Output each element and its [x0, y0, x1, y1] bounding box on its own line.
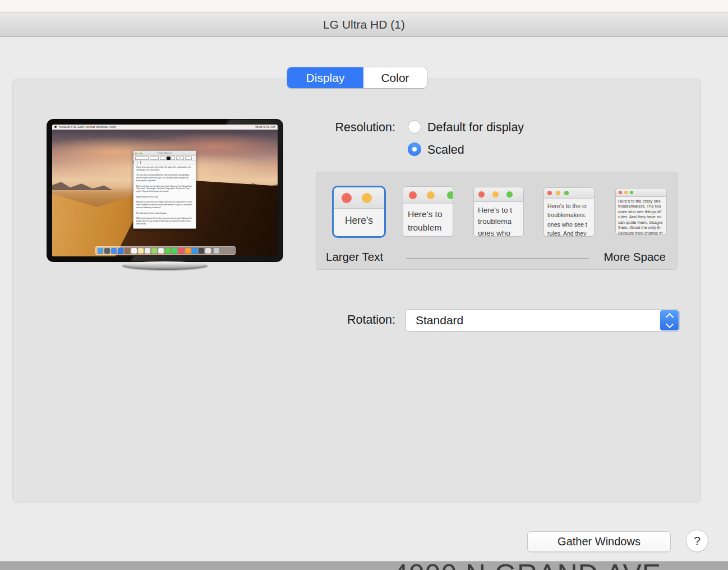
- close-icon: [342, 193, 352, 203]
- mini-menubar-left: TextEdit File Edit Format Window Help: [54, 125, 116, 130]
- zoom-icon: [564, 191, 569, 195]
- scale-picker-panel: Here's Here's to troublem Here's t: [316, 172, 678, 270]
- mini-textedit-titlebar: Think Different: [133, 151, 196, 156]
- zoom-icon: [506, 191, 513, 197]
- chevron-down-icon: [665, 320, 673, 328]
- question-mark-icon: ?: [694, 534, 701, 548]
- scale-thumbnail-2[interactable]: Here's to troublem: [403, 186, 453, 237]
- dock-icon-itunes[interactable]: [178, 248, 184, 254]
- close-icon: [135, 153, 137, 154]
- minimize-icon: [492, 191, 499, 197]
- larger-text-label: Larger Text: [326, 250, 383, 264]
- scale-thumbnail-3[interactable]: Here's to t troublema ones who: [473, 187, 524, 237]
- mini-menubar-clock: Wed 9:41 AM: [255, 125, 275, 130]
- dock-icon-calendar[interactable]: [131, 248, 137, 254]
- minimize-icon: [556, 191, 560, 195]
- help-button[interactable]: ?: [686, 530, 708, 552]
- rotation-value: Standard: [416, 314, 463, 327]
- tab-color[interactable]: Color: [363, 67, 427, 88]
- scale-thumbnail-4[interactable]: Here's to the cr troublemakers. ones who…: [543, 187, 595, 237]
- dock-icon-finder[interactable]: [98, 248, 103, 254]
- rotation-label: Rotation:: [317, 313, 395, 327]
- dock-icon-maps[interactable]: [151, 248, 157, 254]
- display-color-tab-bar: Display Color: [287, 67, 427, 88]
- mini-traffic-lights: [135, 153, 142, 154]
- mini-textedit-toolbar: [133, 156, 196, 161]
- resolution-label: Resolution:: [317, 121, 395, 135]
- dock-icon-notes[interactable]: [138, 248, 144, 254]
- radio-scaled-label[interactable]: Scaled: [427, 143, 464, 157]
- scale-thumbnail-1[interactable]: Here's: [332, 186, 386, 238]
- mini-dock: [95, 246, 236, 255]
- window-titlebar[interactable]: LG Ultra HD (1): [0, 12, 728, 37]
- dock-icon-pages[interactable]: [205, 248, 211, 254]
- rotation-select[interactable]: Standard: [406, 309, 680, 332]
- tab-display[interactable]: Display: [287, 67, 363, 88]
- dock-icon-facetime[interactable]: [172, 248, 177, 254]
- dock-icon-mail[interactable]: [118, 248, 123, 254]
- dock-icon-books[interactable]: [185, 248, 191, 254]
- scale-thumbnail-5[interactable]: Here's to the crazy one troublemakers. T…: [615, 188, 667, 235]
- radio-scaled[interactable]: [408, 142, 421, 156]
- minimize-icon: [362, 193, 372, 203]
- radio-default-for-display-label[interactable]: Default for display: [427, 121, 524, 135]
- close-icon: [478, 191, 485, 197]
- apple-logo-icon: [54, 126, 57, 128]
- scale-divider-line: [406, 258, 589, 259]
- monitor-screen-preview: TextEdit File Edit Format Window Help We…: [52, 125, 278, 256]
- dock-icon-trash[interactable]: [214, 248, 219, 254]
- dock-icon-app-store[interactable]: [192, 248, 197, 254]
- color-well-icon: [167, 157, 171, 160]
- radio-default-for-display[interactable]: [408, 120, 421, 134]
- background-window-top-strip: [0, 0, 728, 12]
- mini-textedit-body: Here's to the crazy ones. The misfits. T…: [133, 164, 196, 227]
- close-icon: [547, 191, 552, 195]
- dock-icon-safari[interactable]: [111, 248, 117, 254]
- dock-icon-photo-booth[interactable]: [199, 248, 204, 254]
- background-window-bottom-strip: 4000 N GRAND AVE: [0, 561, 728, 570]
- minimize-icon: [138, 153, 140, 154]
- minimize-icon: [427, 191, 435, 199]
- zoom-icon: [447, 191, 453, 199]
- stepper-arrows-icon[interactable]: [660, 310, 679, 330]
- dock-divider: [212, 247, 213, 254]
- zoom-icon: [630, 191, 633, 194]
- monitor-stand: [122, 261, 208, 270]
- mini-menubar: TextEdit File Edit Format Window Help We…: [52, 125, 278, 130]
- minimize-icon: [624, 191, 628, 194]
- dock-icon-messages[interactable]: [165, 248, 171, 254]
- window-title: LG Ultra HD (1): [323, 18, 405, 31]
- mini-textedit-title: Think Different: [158, 151, 172, 154]
- dock-icon-contacts[interactable]: [125, 248, 130, 254]
- close-icon: [619, 191, 622, 194]
- zoom-icon: [140, 153, 142, 154]
- mini-textedit-window: Think Different Here's to the crazy ones…: [133, 150, 196, 229]
- dock-icon-photos[interactable]: [158, 248, 164, 254]
- dock-icon-reminders[interactable]: [145, 248, 150, 254]
- close-icon: [409, 191, 417, 199]
- screenshot-root: LG Ultra HD (1) Display Color TextEdit F…: [0, 0, 728, 570]
- more-space-label: More Space: [603, 250, 666, 264]
- background-window-address-text: 4000 N GRAND AVE: [393, 561, 661, 570]
- dock-icon-launchpad[interactable]: [104, 248, 110, 254]
- gather-windows-button[interactable]: Gather Windows: [527, 531, 671, 552]
